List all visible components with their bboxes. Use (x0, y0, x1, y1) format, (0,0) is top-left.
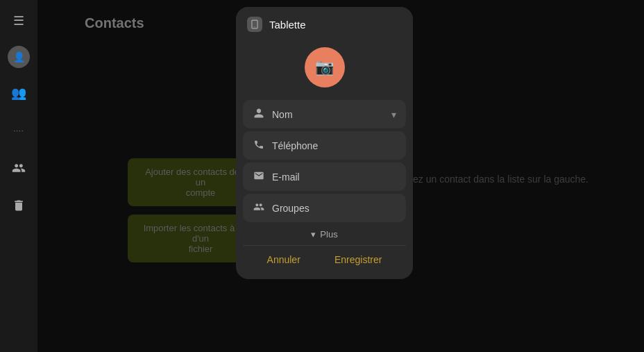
plus-section[interactable]: ▾ Plus (236, 222, 413, 242)
groupes-label: Groupes (272, 203, 396, 214)
svg-point-1 (254, 26, 255, 27)
form-fields: Nom ▾ Téléphone E-mail (236, 100, 413, 222)
nom-label: Nom (272, 109, 384, 120)
field-telephone[interactable]: Téléphone (243, 131, 406, 160)
cancel-button[interactable]: Annuler (253, 250, 314, 269)
chevron-down-icon: ▾ (391, 109, 396, 120)
email-label: E-mail (272, 171, 396, 183)
telephone-label: Téléphone (272, 140, 396, 151)
sidebar-menu-icon[interactable]: ☰ (6, 8, 31, 33)
sidebar-dots-icon[interactable]: ···· (6, 118, 31, 143)
sidebar-avatar[interactable]: 👤 (8, 46, 30, 68)
field-nom[interactable]: Nom ▾ (243, 100, 406, 128)
sidebar: ☰ 👤 👥 ···· (0, 0, 37, 352)
groups-icon (253, 201, 265, 215)
field-email[interactable]: E-mail (243, 162, 406, 191)
field-groupes[interactable]: Groupes (243, 194, 406, 222)
avatar-upload-button[interactable]: 📷 (305, 47, 345, 87)
sidebar-delete-icon[interactable] (6, 193, 31, 218)
email-icon (253, 170, 265, 183)
avatar-upload-area: 📷 (236, 40, 413, 100)
new-contact-dialog: Tablette 📷 Nom ▾ Téléphone (236, 7, 413, 279)
dialog-header: Tablette (236, 7, 413, 40)
dialog-device-icon (247, 17, 262, 32)
phone-icon (253, 139, 265, 152)
dialog-title: Tablette (269, 19, 306, 31)
save-button[interactable]: Enregistrer (321, 250, 396, 269)
person-icon (253, 108, 265, 121)
sidebar-contacts-icon[interactable]: 👥 (6, 81, 31, 106)
dialog-footer: Annuler Enregistrer (243, 245, 406, 272)
sidebar-add-contact-icon[interactable] (6, 156, 31, 181)
plus-label: Plus (320, 229, 337, 240)
